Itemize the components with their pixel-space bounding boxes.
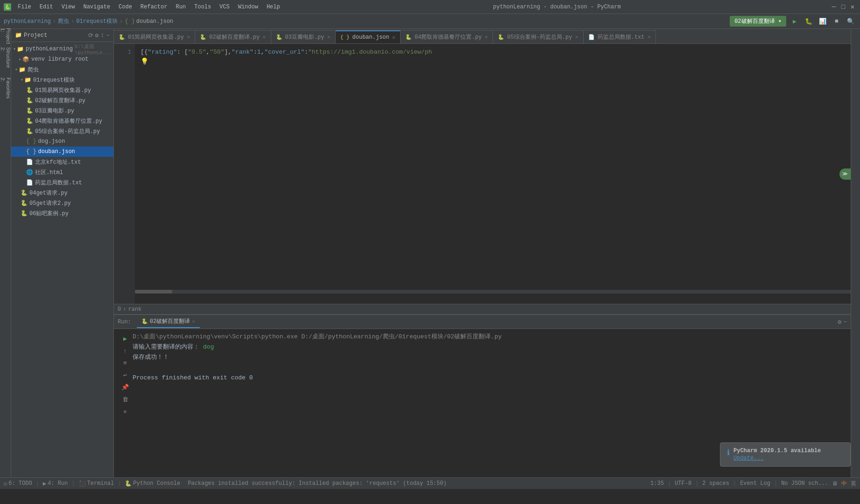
run-with-coverage-button[interactable]: 📊 [817,16,828,27]
menu-edit[interactable]: Edit [36,2,57,12]
pin-button[interactable]: 📌 [120,382,130,392]
menu-help[interactable]: Help [263,2,284,12]
tab-close-02baidu[interactable]: ✕ [262,34,266,41]
tab-close-03douban[interactable]: ✕ [327,34,331,41]
gutter-icon[interactable]: ≫ [839,168,851,180]
tab-04kfc[interactable]: 🐍 04爬取肯德基餐厅位置.py ✕ [401,30,493,43]
todo-status[interactable]: ☑ 6: TODO [4,480,32,487]
run-status[interactable]: ▶ 4: Run [43,480,68,487]
tab-close-05drug[interactable]: ✕ [575,34,578,41]
structure-tool-window-icon[interactable]: 2: Structure [0,52,11,63]
menu-file[interactable]: File [14,2,35,12]
favorites-tool-window-icon[interactable]: 2: Favorites [0,83,11,93]
tree-file-04get[interactable]: 🐍 04get请求.py [11,188,113,198]
tree-file-04py[interactable]: 🐍 04爬取肯德基餐厅位置.py [11,116,113,126]
tree-file-dog[interactable]: { } dog.json [11,136,113,147]
menu-bar: File Edit View Navigate Code Refactor Ru… [14,2,284,12]
tab-close-douban-json[interactable]: ✕ [392,34,395,41]
notification-update-link[interactable]: Update... [733,455,844,462]
sync-icon[interactable]: ⟳ [88,32,93,39]
tree-file-yaojian[interactable]: 📄 药监总局数据.txt [11,177,113,188]
tree-file-05py[interactable]: 🐍 05综合案例-药监总局.py [11,126,113,136]
menu-window[interactable]: Window [234,2,262,12]
soft-wrap-button[interactable]: ↩ [120,370,130,380]
gear-icon[interactable]: ⚙ [95,32,99,39]
bottom-tab-02baidu[interactable]: 🐍 02破解百度翻译 ✕ [137,316,200,328]
tree-root[interactable]: ▾ 📁 pythonLearning D:\桌面\pythonLe... [11,44,113,54]
tab-douban-json[interactable]: { } douban.json ✕ [336,30,401,43]
editor-breadcrumb: 0 › rank [114,304,851,314]
tab-close-04kfc[interactable]: ✕ [485,34,488,41]
settings-icon[interactable]: ⚙ [838,318,841,326]
tree-file-02[interactable]: 🐍 02破解百度翻译.py [11,95,113,105]
encoding[interactable]: UTF-8 [675,480,691,487]
menu-vcs[interactable]: VCS [216,2,233,12]
menu-refactor[interactable]: Refactor [137,2,171,12]
run-button[interactable]: ▶ [789,16,800,27]
bottom-tab-bar: Run: 🐍 02破解百度翻译 ✕ ⚙ – [114,315,851,329]
tree-file-03[interactable]: 🐍 03豆瓣电影.py [11,105,113,116]
editor-content: 1 [{ "rating" : [ "9.5" , "50" ], "rank"… [114,44,851,304]
maximize-button[interactable]: □ [839,3,847,11]
terminal-status[interactable]: ⬛ Terminal [79,480,114,487]
breadcrumb-folder[interactable]: 爬虫 [58,17,69,25]
tree-file-douban[interactable]: { } douban.json [11,147,113,157]
tab-yaojian-txt[interactable]: 📄 药监总局数据.txt ✕ [584,30,656,43]
tree-folder-crawler[interactable]: ▾ 📁 爬虫 [11,64,113,75]
menu-navigate[interactable]: Navigate [79,2,114,12]
debug-button[interactable]: 🐛 [803,16,814,27]
tree-file-html[interactable]: 🌐 社区.html [11,167,113,177]
expand-icon[interactable]: ↕ [100,32,104,39]
horizontal-scrollbar[interactable] [135,290,851,294]
code-editor[interactable]: [{ "rating" : [ "9.5" , "50" ], "rank" :… [135,44,851,304]
indent-status[interactable]: 2 spaces [702,480,729,487]
app-icon: 🐍 [4,3,11,11]
tree-file-06[interactable]: 🐍 06贴吧案例.py [11,208,113,218]
window-controls: ─ □ ✕ [830,3,856,11]
clear-console-button[interactable]: 🗑 [120,394,130,405]
search-everywhere-button[interactable]: 🔍 [845,16,856,27]
run-label: Run: [118,319,131,325]
breadcrumb-project[interactable]: pythonLearning [4,18,51,25]
bottom-tab-close-02baidu[interactable]: ✕ [192,318,195,324]
event-log[interactable]: Event Log [740,480,770,487]
menu-tools[interactable]: Tools [190,2,215,12]
tree-file-01[interactable]: 🐍 01简易网页收集器.py [11,85,113,95]
tree-folder-01request[interactable]: ▾ 📁 01request模块 [11,75,113,85]
json-schema-status[interactable]: No JSON sch... [781,480,828,487]
lightbulb-icon[interactable]: 💡 [141,58,148,65]
right-tool-windows [851,29,860,477]
tree-venv[interactable]: ▸ 📦 venv library root [11,54,113,64]
notification-content: PyCharm 2020.1.5 available Update... [733,448,844,462]
tree-file-05get[interactable]: 🐍 05get请求2.py [11,198,113,208]
minimize-button[interactable]: ─ [830,3,838,11]
scroll-to-end-button[interactable]: ≡ [120,358,130,368]
tab-close-yaojian-txt[interactable]: ✕ [648,34,651,41]
tab-05drug[interactable]: 🐍 05综合案例-药监总局.py ✕ [493,30,583,43]
terminal-icon: ⬛ [79,480,86,487]
stop-console-button[interactable]: ↑ [120,346,130,356]
menu-run[interactable]: Run [172,2,190,12]
close-console-button[interactable]: ✕ [120,406,130,417]
breadcrumb-subfolder[interactable]: 01request模块 [76,17,118,25]
tab-01simple[interactable]: 🐍 01简易网页收集器.py ✕ [114,30,195,43]
ime-indicator: 中 [841,480,847,488]
scrollbar-thumb[interactable] [135,290,172,294]
stop-button[interactable]: ■ [831,16,842,27]
hide-icon[interactable]: – [106,32,110,39]
breadcrumb-sep-2: › [71,18,74,25]
tab-02baidu[interactable]: 🐍 02破解百度翻译.py ✕ [195,30,271,43]
menu-code[interactable]: Code [115,2,136,12]
project-tool-window-icon[interactable]: 1: Project [0,31,11,41]
menu-view[interactable]: View [58,2,79,12]
tree-file-bj[interactable]: 📄 北京kfc地址.txt [11,157,113,167]
run-config-dropdown[interactable]: 02破解百度翻译 ▾ [730,16,786,27]
run-again-button[interactable]: ▶ [120,334,130,344]
tab-close-01simple[interactable]: ✕ [187,34,190,41]
toolbar-right: 02破解百度翻译 ▾ ▶ 🐛 📊 ■ 🔍 [730,16,856,27]
tab-03douban[interactable]: 🐍 03豆瓣电影.py ✕ [271,30,336,43]
python-console-status[interactable]: 🐍 Python Console [125,480,180,487]
close-button[interactable]: ✕ [849,3,856,11]
minimize-panel-icon[interactable]: – [843,318,847,325]
breadcrumb-arrow: › [123,306,126,313]
